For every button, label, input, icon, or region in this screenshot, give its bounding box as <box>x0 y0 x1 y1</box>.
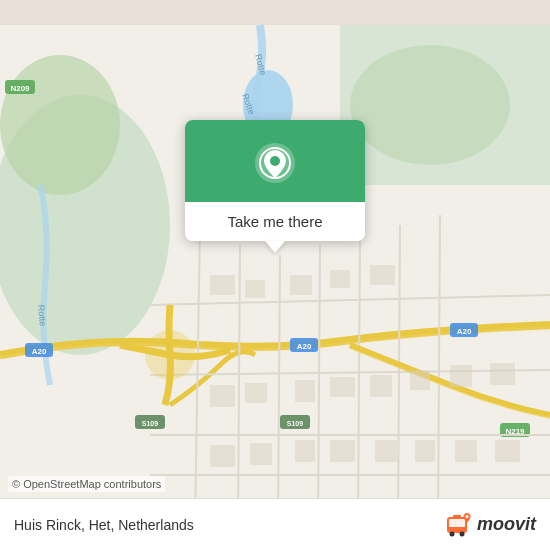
svg-rect-50 <box>455 440 477 462</box>
svg-rect-32 <box>245 280 265 298</box>
svg-text:A20: A20 <box>32 347 47 356</box>
svg-rect-37 <box>245 383 267 403</box>
popup-card: Take me there <box>185 120 365 241</box>
svg-rect-43 <box>490 363 515 385</box>
svg-rect-48 <box>375 440 397 462</box>
copyright-text: © OpenStreetMap contributors <box>8 476 165 492</box>
svg-rect-60 <box>449 519 465 527</box>
svg-rect-31 <box>210 275 235 295</box>
svg-point-62 <box>459 531 464 536</box>
svg-rect-40 <box>370 375 392 397</box>
map-background: A20 A20 A20 N209 N219 S109 S109 <box>0 0 550 550</box>
svg-rect-34 <box>330 270 350 288</box>
bottom-bar: Huis Rinck, Het, Netherlands moovit <box>0 498 550 550</box>
location-pin-icon <box>254 142 296 184</box>
svg-text:A20: A20 <box>297 342 312 351</box>
svg-rect-42 <box>450 365 472 387</box>
svg-rect-45 <box>250 443 272 465</box>
svg-text:N209: N209 <box>10 84 30 93</box>
svg-rect-41 <box>410 370 430 390</box>
map-container: A20 A20 A20 N209 N219 S109 S109 <box>0 0 550 550</box>
svg-point-61 <box>449 531 454 536</box>
moovit-logo: moovit <box>445 511 536 539</box>
svg-point-58 <box>270 156 280 166</box>
location-name: Huis Rinck, Het, Netherlands <box>14 517 194 533</box>
svg-text:S109: S109 <box>287 420 303 427</box>
svg-rect-51 <box>495 440 520 462</box>
svg-rect-49 <box>415 440 435 462</box>
svg-text:S109: S109 <box>142 420 158 427</box>
svg-rect-39 <box>330 377 355 397</box>
svg-point-2 <box>0 55 120 195</box>
svg-rect-63 <box>453 515 461 519</box>
moovit-brand-icon <box>445 511 473 539</box>
svg-rect-38 <box>295 380 315 402</box>
svg-rect-44 <box>210 445 235 467</box>
popup-header <box>185 120 365 202</box>
svg-rect-33 <box>290 275 312 295</box>
svg-point-4 <box>350 45 510 165</box>
take-me-there-button[interactable]: Take me there <box>185 202 365 241</box>
svg-rect-47 <box>330 440 355 462</box>
svg-rect-36 <box>210 385 235 407</box>
svg-text:A20: A20 <box>457 327 472 336</box>
svg-rect-35 <box>370 265 395 285</box>
svg-text:Rotte: Rotte <box>36 304 48 326</box>
svg-point-64 <box>465 515 468 518</box>
svg-rect-46 <box>295 440 315 462</box>
moovit-brand-name: moovit <box>477 514 536 535</box>
